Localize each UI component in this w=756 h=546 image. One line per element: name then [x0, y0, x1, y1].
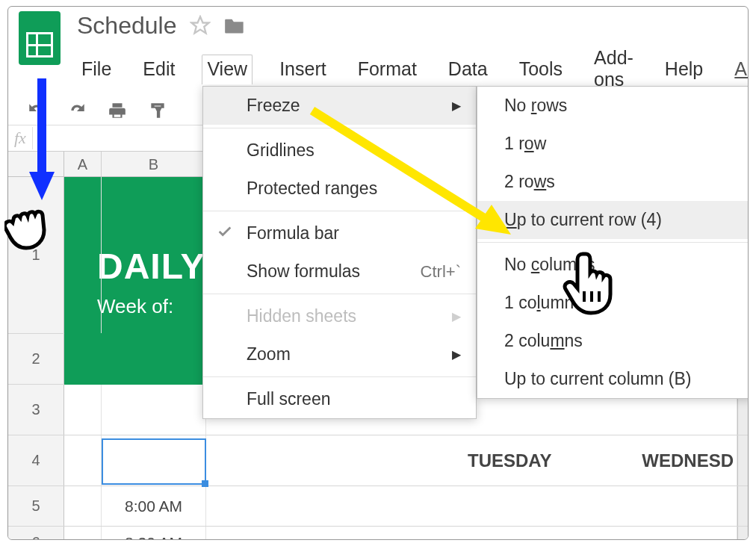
star-icon[interactable] — [190, 15, 211, 36]
print-icon[interactable] — [107, 101, 128, 120]
menu-view[interactable]: View — [202, 55, 252, 84]
view-dropdown: Freeze ▶ Gridlines Protected ranges Form… — [202, 86, 477, 419]
shortcut-label: Ctrl+` — [421, 262, 461, 282]
view-zoom-label: Zoom — [247, 344, 291, 364]
freeze-up-to-column-label: Up to current column (B) — [504, 369, 692, 389]
col-header-b[interactable]: B — [102, 152, 206, 176]
banner-title: DAILY — [97, 246, 205, 287]
menu-all-changes[interactable]: All — [730, 55, 749, 84]
row-header-6[interactable]: 6 — [8, 527, 64, 540]
freeze-up-to-row-label: Up to current row (4) — [504, 210, 662, 230]
annotation-grab-cursor-icon — [4, 197, 61, 254]
freeze-2-columns-label: 2 columns — [504, 331, 583, 351]
freeze-up-to-row[interactable]: Up to current row (4) — [477, 201, 749, 239]
menu-insert[interactable]: Insert — [275, 55, 331, 84]
menu-help[interactable]: Help — [660, 55, 707, 84]
menu-format[interactable]: Format — [353, 55, 421, 84]
view-protected-label: Protected ranges — [247, 179, 377, 199]
cell-b5[interactable]: 8:00 AM — [102, 486, 206, 526]
fx-label: fx — [14, 128, 26, 148]
folder-icon[interactable] — [224, 16, 245, 34]
view-protected-ranges[interactable]: Protected ranges — [203, 170, 476, 208]
view-formula-bar[interactable]: Formula bar — [203, 214, 476, 252]
view-full-screen-label: Full screen — [247, 389, 330, 409]
submenu-arrow-icon: ▶ — [452, 347, 461, 362]
day-wednesday: WEDNESD — [642, 450, 734, 471]
banner-subtitle: Week of: — [97, 295, 173, 318]
view-freeze-label: Freeze — [247, 96, 300, 116]
paint-format-icon[interactable] — [147, 101, 168, 120]
freeze-up-to-column[interactable]: Up to current column (B) — [477, 360, 749, 398]
view-hidden-sheets-label: Hidden sheets — [247, 306, 356, 326]
view-gridlines[interactable]: Gridlines — [203, 131, 476, 170]
menu-tools[interactable]: Tools — [515, 55, 567, 84]
annotation-pointer-cursor-icon — [559, 248, 626, 318]
row-header-2[interactable]: 2 — [8, 334, 64, 384]
freeze-2-rows-label: 2 rows — [504, 172, 555, 192]
view-formula-bar-label: Formula bar — [247, 223, 339, 243]
freeze-1-row[interactable]: 1 row — [477, 125, 749, 163]
menu-data[interactable]: Data — [444, 55, 492, 84]
freeze-1-row-label: 1 row — [504, 134, 546, 154]
freeze-submenu: No rows 1 row 2 rows Up to current row (… — [477, 86, 749, 399]
svg-marker-0 — [192, 16, 209, 33]
row-header-3[interactable]: 3 — [8, 385, 64, 435]
row-header-4[interactable]: 4 — [8, 435, 64, 485]
freeze-2-columns[interactable]: 2 columns — [477, 322, 749, 360]
col-header-a[interactable]: A — [64, 152, 102, 176]
view-show-formulas[interactable]: Show formulas Ctrl+` — [203, 252, 476, 291]
view-full-screen[interactable]: Full screen — [203, 380, 476, 418]
view-show-formulas-label: Show formulas — [247, 261, 360, 282]
cell-b6[interactable]: 8:30 AM — [102, 527, 206, 540]
view-gridlines-label: Gridlines — [247, 140, 315, 161]
view-hidden-sheets: Hidden sheets ▶ — [203, 297, 476, 335]
freeze-2-rows[interactable]: 2 rows — [477, 163, 749, 201]
annotation-blue-arrow-icon — [27, 75, 57, 205]
svg-marker-2 — [29, 172, 55, 200]
check-icon — [217, 223, 233, 244]
day-tuesday: TUESDAY — [468, 450, 551, 471]
redo-icon[interactable] — [66, 101, 87, 120]
submenu-arrow-icon: ▶ — [452, 99, 461, 113]
doc-title[interactable]: Schedule — [77, 11, 176, 40]
submenu-arrow-icon: ▶ — [452, 309, 461, 323]
sheets-logo-icon — [19, 11, 61, 65]
freeze-no-rows[interactable]: No rows — [477, 87, 749, 125]
menu-edit[interactable]: Edit — [138, 55, 179, 84]
view-zoom[interactable]: Zoom ▶ — [203, 335, 476, 373]
row-header-5[interactable]: 5 — [8, 486, 64, 526]
freeze-no-rows-label: No rows — [504, 96, 567, 116]
view-freeze[interactable]: Freeze ▶ — [203, 87, 476, 125]
doc-header: Schedule File Edit View Insert Format Da… — [8, 7, 748, 95]
menu-file[interactable]: File — [77, 55, 116, 84]
